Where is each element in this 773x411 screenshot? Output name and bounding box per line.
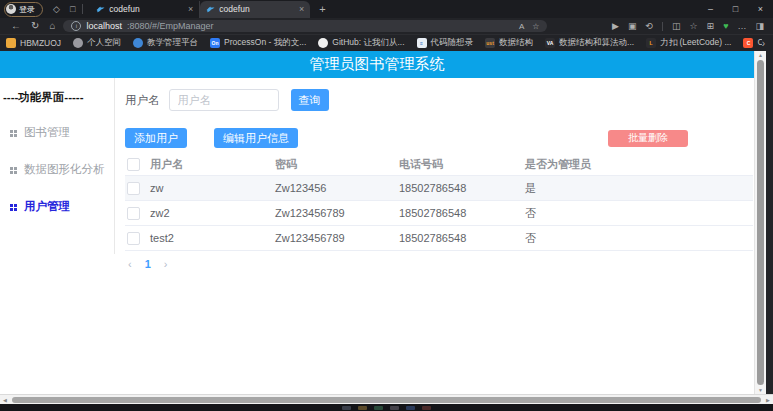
bookmark-item[interactable]: GitHub: 让我们从... <box>318 37 404 49</box>
workspaces-icon[interactable]: ◇ <box>53 4 60 14</box>
row-checkbox[interactable] <box>127 232 140 245</box>
bookmark-item[interactable]: 教学管理平台 <box>133 37 198 49</box>
url-path: :8080/#/EmpManager <box>127 21 214 31</box>
code-notes-favicon: ≡ <box>417 38 427 48</box>
data-structure-favicon: ust <box>485 38 495 48</box>
horizontal-scrollbar[interactable]: ◀ ▶ <box>0 394 773 404</box>
batch-delete-button[interactable]: 批量删除 <box>608 130 688 147</box>
table-row: zwZw12345618502786548是 <box>125 176 753 201</box>
bookmark-item[interactable]: OnProcessOn - 我的文... <box>210 37 306 49</box>
select-all-checkbox[interactable] <box>127 158 140 171</box>
maximize-button[interactable]: □ <box>723 0 748 18</box>
scroll-left-icon[interactable]: ◀ <box>0 397 10 403</box>
windows-taskbar <box>0 404 773 411</box>
select-all-cell <box>125 153 150 176</box>
table-cell: 18502786548 <box>399 226 525 251</box>
taskbar-icon <box>342 406 351 410</box>
sidebar-toggle-icon[interactable]: ◨ <box>755 21 764 31</box>
hbmzuoj-favicon <box>6 38 16 48</box>
bookmark-item[interactable]: ust数据结构 <box>485 37 533 49</box>
bookmark-label: ProcessOn - 我的文... <box>224 37 306 49</box>
address-bar[interactable]: i localhost :8080/#/EmpManager A ☆ <box>63 20 547 32</box>
table-cell: zw2 <box>150 201 275 226</box>
pagination: ‹ 1 › <box>125 258 754 270</box>
refresh-icon[interactable]: ↻ <box>31 18 39 34</box>
read-aloud-icon[interactable]: A <box>519 22 524 31</box>
table-row: zw2Zw12345678918502786548否 <box>125 201 753 226</box>
tab-divider <box>82 4 83 14</box>
bookmarks-overflow-icon[interactable]: › <box>762 38 767 49</box>
table-cell: 18502786548 <box>399 201 525 226</box>
codefun-favicon <box>96 5 105 14</box>
tab-actions-icon[interactable]: □ <box>70 4 75 14</box>
taskbar-icon <box>422 406 431 410</box>
favorites-icon[interactable]: ☆ <box>690 21 698 31</box>
table-cell: Zw123456789 <box>275 226 399 251</box>
scroll-right-icon[interactable]: ▶ <box>763 397 773 403</box>
new-tab-button[interactable]: + <box>319 3 325 15</box>
taskbar-icon <box>358 406 367 410</box>
browser-essentials-icon[interactable]: ♥ <box>723 21 728 31</box>
bookmark-item[interactable]: ≡代码随想录 <box>417 37 474 49</box>
add-user-button[interactable]: 添加用户 <box>125 128 187 148</box>
more-menu-icon[interactable]: … <box>737 21 746 31</box>
action-buttons-row: 添加用户 编辑用户信息 批量删除 <box>125 128 753 148</box>
bookmark-item[interactable]: L力扣 (LeetCode) ... <box>646 37 731 49</box>
back-icon[interactable]: ← <box>11 18 21 34</box>
table-cell: zw <box>150 176 275 201</box>
vertical-scroll-thumb[interactable] <box>757 60 764 385</box>
next-page-icon[interactable]: › <box>164 258 168 270</box>
close-button[interactable]: × <box>748 0 773 18</box>
grid-icon <box>10 166 19 174</box>
username-search-input[interactable] <box>169 89 279 111</box>
bookmark-item[interactable]: 个人空间 <box>73 37 121 49</box>
bookmark-item[interactable]: VA数据结构和算法动... <box>545 37 634 49</box>
tab-close-icon[interactable]: × <box>299 4 304 14</box>
horizontal-scroll-thumb[interactable] <box>12 397 761 403</box>
table-cell: Zw123456 <box>275 176 399 201</box>
bookmark-label: HBMZUOJ <box>20 38 61 48</box>
sidebar-item-data-visualization[interactable]: 数据图形化分析 <box>10 162 114 177</box>
sidebar-item-label: 图书管理 <box>24 125 70 140</box>
bookmark-item[interactable]: CCSDN - 专业开发者... <box>743 37 761 49</box>
home-icon[interactable]: ⌂ <box>49 18 55 34</box>
prev-page-icon[interactable]: ‹ <box>128 258 132 270</box>
vertical-scrollbar[interactable]: ▲ ▼ <box>754 51 766 394</box>
edit-user-button[interactable]: 编辑用户信息 <box>214 128 298 148</box>
scroll-down-icon[interactable]: ▼ <box>758 386 763 394</box>
screenshot-icon[interactable]: ▣ <box>628 21 637 31</box>
tab-close-icon[interactable]: × <box>188 4 193 14</box>
site-info-icon[interactable]: i <box>71 21 81 31</box>
bookmark-label: 代码随想录 <box>431 37 474 49</box>
table-cell: 是 <box>525 176 753 201</box>
sidebar-item-label: 数据图形化分析 <box>24 162 105 177</box>
github-favicon <box>318 38 328 48</box>
grid-icon <box>10 203 19 211</box>
personal-space-favicon <box>73 38 83 48</box>
table-cell: Zw123456789 <box>275 201 399 226</box>
row-checkbox[interactable] <box>127 207 140 220</box>
bookmark-label: 数据结构 <box>499 37 533 49</box>
history-icon[interactable]: ⟲ <box>645 21 653 31</box>
page-number[interactable]: 1 <box>145 258 151 270</box>
browser-tab-1[interactable]: codefun × <box>90 1 200 18</box>
main-content: 用户名 查询 添加用户 编辑用户信息 批量删除 <box>115 78 754 394</box>
tab-title: codefun <box>219 4 249 14</box>
bookmark-star-icon[interactable]: ☆ <box>532 22 539 31</box>
search-button[interactable]: 查询 <box>291 89 329 111</box>
browser-tab-2-active[interactable]: codefun × <box>200 1 310 18</box>
taskbar-icon <box>406 406 415 410</box>
row-checkbox[interactable] <box>127 182 140 195</box>
scroll-up-icon[interactable]: ▲ <box>758 51 763 59</box>
collections-icon[interactable]: ⊞ <box>707 21 715 31</box>
grid-icon <box>10 129 19 137</box>
sidebar-item-book-management[interactable]: 图书管理 <box>10 125 114 140</box>
bookmark-item[interactable]: HBMZUOJ <box>6 38 61 48</box>
table-header-row: 用户名 密码 电话号码 是否为管理员 <box>125 153 753 176</box>
split-screen-icon[interactable]: ◫ <box>672 21 681 31</box>
sidebar-item-user-management[interactable]: 用户管理 <box>10 199 114 214</box>
profile-button[interactable]: 登录 <box>4 2 43 17</box>
minimize-button[interactable]: – <box>698 0 723 18</box>
play-icon[interactable]: ▶ <box>612 21 619 31</box>
search-row: 用户名 查询 <box>125 89 754 111</box>
